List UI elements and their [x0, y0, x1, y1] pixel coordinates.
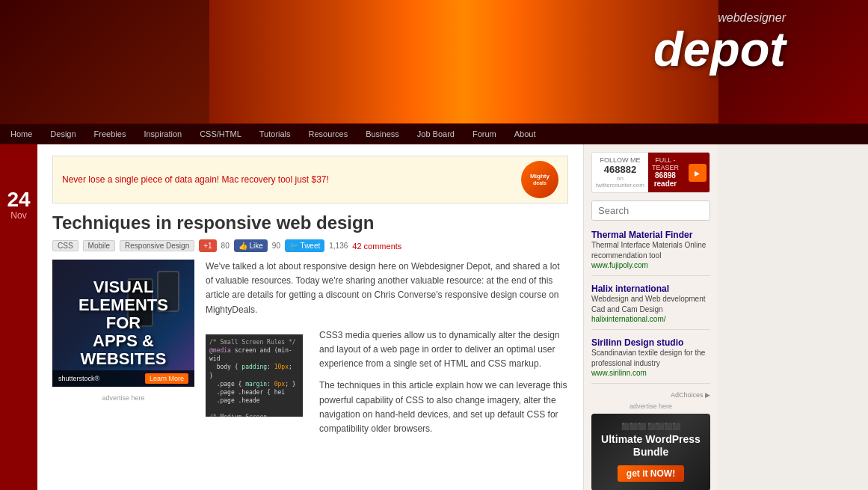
nav-css[interactable]: CSS/HTML — [197, 128, 244, 140]
ad-listing-1-title[interactable]: Thermal Material Finder — [591, 230, 692, 240]
ad-listing-2-title[interactable]: Halix international — [591, 284, 669, 294]
advertise-here-sidebar: advertise here — [591, 402, 710, 410]
article-para-2: CSS3 media queries allow us to dynamical… — [319, 328, 568, 372]
code-snippet: /* Small Screen Rules */ @media screen a… — [206, 334, 303, 417]
article-para-3: The techniques in this article explain h… — [319, 379, 568, 436]
nav-tutorials[interactable]: Tutorials — [256, 128, 294, 140]
image-overlay-text: VISUAL ELEMENTS FOR APPS & WEBSITES — [79, 278, 168, 369]
nav-design[interactable]: Design — [47, 128, 79, 140]
ad-listing-2-url: halixinternational.com/ — [591, 315, 710, 323]
ad-listing-2: Halix international Webdesign and Web de… — [591, 284, 710, 330]
article-text: We've talked a lot about responsive desi… — [206, 260, 568, 325]
logo-main: depot — [653, 25, 786, 73]
search-input-wrapper: 🔍 — [591, 200, 710, 221]
site-logo[interactable]: webdesigner depot — [653, 11, 786, 73]
main-nav: Home Design Freebies Inspiration CSS/HTM… — [0, 123, 868, 144]
follow-box: FOLLOW ME 468882 on twittercounter.com — [592, 153, 648, 192]
date-month: Nov — [10, 210, 26, 221]
ad-banner-text: Never lose a single piece of data again!… — [62, 174, 329, 185]
search-widget: 🔍 — [591, 200, 710, 221]
nav-forum[interactable]: Forum — [470, 128, 499, 140]
article-text-2: CSS3 media queries allow us to dynamical… — [312, 328, 568, 444]
mighty-deals-logo: Mighty deals — [521, 161, 558, 198]
ad-listing-3-desc: Scandinavian textile design for the prof… — [591, 348, 710, 369]
nav-inspiration[interactable]: Inspiration — [141, 128, 185, 140]
article-para-1: We've talked a lot about responsive desi… — [206, 260, 568, 317]
tweet-button[interactable]: 🐦 Tweet — [285, 239, 324, 252]
ad-banner[interactable]: Never lose a single piece of data again!… — [52, 156, 568, 203]
ad-listing-1: Thermal Material Finder Thermal Interfac… — [591, 230, 710, 276]
tweet-count: 1,136 — [329, 242, 348, 250]
wp-bundle-cta[interactable]: get it NOW! — [618, 465, 684, 482]
wp-bundle-title: Ultimate WordPress Bundle — [600, 433, 701, 459]
rss-label: FULL - TEASER — [652, 156, 679, 171]
gplus-count: 80 — [221, 242, 230, 250]
follow-label: FOLLOW ME — [596, 156, 644, 164]
header-center-glow — [209, 0, 718, 123]
rss-icon-box[interactable]: ▸ — [683, 153, 710, 192]
site-header: webdesigner depot — [0, 0, 868, 123]
date-sidebar: 24 Nov — [0, 144, 37, 490]
nav-jobs[interactable]: Job Board — [414, 128, 458, 140]
ad-listing-1-url: www.fujipoly.com — [591, 261, 710, 269]
header-left-decor — [0, 0, 209, 123]
ad-listing-3-url: www.sirilinn.com — [591, 369, 710, 377]
shutterstock-label: shutterstock® — [58, 375, 99, 382]
follow-rss-widget: FOLLOW ME 468882 on twittercounter.com F… — [591, 152, 710, 193]
article-tags: CSS Mobile Responsive Design +1 80 👍 Lik… — [52, 239, 568, 252]
article-body: VISUAL ELEMENTS FOR APPS & WEBSITES shut… — [52, 260, 568, 444]
main-wrapper: 24 Nov Never lose a single piece of data… — [0, 144, 868, 490]
comments-link[interactable]: 42 comments — [352, 242, 401, 251]
wp-bundle-promo[interactable]: ⬛⬛⬛ ⬛⬛⬛⬛ Ultimate WordPress Bundle get i… — [591, 414, 710, 490]
tag-css[interactable]: CSS — [52, 240, 79, 251]
search-input[interactable] — [592, 201, 710, 220]
right-sidebar: FOLLOW ME 468882 on twittercounter.com F… — [583, 144, 718, 490]
rss-count: 86898 reader — [652, 171, 679, 188]
facebook-like-button[interactable]: 👍 Like — [234, 239, 268, 252]
rss-icon: ▸ — [689, 164, 707, 182]
ad-listing-2-desc: Webdesign and Web development Cad and Ca… — [591, 294, 710, 315]
follow-sub: on twittercounter.com — [596, 175, 644, 189]
gplus-button[interactable]: +1 — [199, 239, 216, 252]
nav-home[interactable]: Home — [7, 128, 35, 140]
learn-more-button[interactable]: Learn More — [145, 373, 188, 384]
article-main-image: VISUAL ELEMENTS FOR APPS & WEBSITES shut… — [52, 260, 194, 387]
date-day: 24 — [7, 189, 30, 210]
content-area: Never lose a single piece of data again!… — [37, 144, 583, 490]
shutterstock-bar: shutterstock® Learn More — [52, 370, 194, 387]
ad-listings: Thermal Material Finder Thermal Interfac… — [591, 230, 710, 384]
nav-about[interactable]: About — [511, 128, 539, 140]
wp-bundle-sub: ⬛⬛⬛ ⬛⬛⬛⬛ — [600, 423, 701, 430]
like-count: 90 — [272, 242, 280, 250]
nav-business[interactable]: Business — [363, 128, 402, 140]
ad-listing-3-title[interactable]: Sirilinn Design studio — [591, 337, 683, 348]
ad-listing-3: Sirilinn Design studio Scandinavian text… — [591, 337, 710, 384]
ad-choices: AdChoices ▶ — [591, 391, 710, 399]
rss-box: FULL - TEASER 86898 reader — [648, 153, 683, 192]
nav-resources[interactable]: Resources — [306, 128, 351, 140]
article-title: Techniques in responsive web design — [52, 212, 568, 233]
tag-responsive[interactable]: Responsive Design — [120, 240, 194, 251]
follow-count: 468882 — [596, 164, 644, 175]
wp-bundle-content: ⬛⬛⬛ ⬛⬛⬛⬛ Ultimate WordPress Bundle get i… — [591, 414, 710, 490]
nav-freebies[interactable]: Freebies — [91, 128, 129, 140]
tag-mobile[interactable]: Mobile — [83, 240, 115, 251]
ad-listing-1-desc: Thermal Interface Materials Online recom… — [591, 240, 710, 261]
